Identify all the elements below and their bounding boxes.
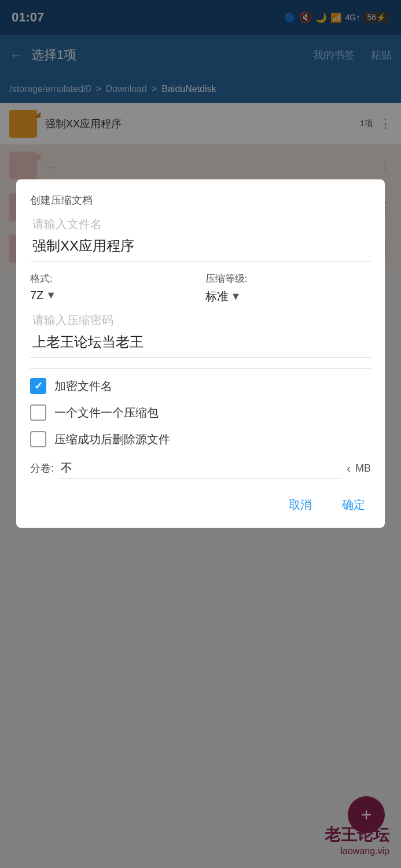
format-value: 7Z bbox=[30, 289, 43, 302]
encrypt-filename-label: 加密文件名 bbox=[54, 378, 112, 394]
filename-input[interactable]: 强制XX应用程序 bbox=[30, 234, 371, 262]
split-arrow-icon[interactable]: ‹ bbox=[347, 462, 351, 475]
one-file-one-pack-label: 一个文件一个压缩包 bbox=[54, 405, 159, 421]
delete-after-compress-label: 压缩成功后删除源文件 bbox=[54, 432, 170, 447]
split-unit: MB bbox=[355, 462, 371, 475]
cancel-button[interactable]: 取消 bbox=[283, 494, 318, 516]
level-group: 压缩等级: 标准 ▼ bbox=[205, 272, 371, 304]
dialog-buttons: 取消 确定 bbox=[30, 489, 371, 516]
delete-after-compress-row[interactable]: 压缩成功后删除源文件 bbox=[30, 431, 371, 447]
dialog-title: 创建压缩文档 bbox=[30, 193, 371, 207]
format-label: 格式: bbox=[30, 272, 196, 285]
format-dropdown[interactable]: 7Z ▼ bbox=[30, 289, 196, 302]
password-placeholder: 请输入压缩密码 bbox=[30, 312, 371, 328]
level-dropdown-arrow: ▼ bbox=[231, 290, 241, 303]
divider bbox=[30, 368, 371, 369]
filename-placeholder: 请输入文件名 bbox=[30, 216, 371, 232]
split-label: 分卷: bbox=[30, 461, 54, 475]
one-file-one-pack-row[interactable]: 一个文件一个压缩包 bbox=[30, 404, 371, 421]
delete-after-compress-checkbox[interactable] bbox=[30, 431, 46, 447]
password-input[interactable]: 上老王论坛当老王 bbox=[30, 330, 371, 358]
format-level-row: 格式: 7Z ▼ 压缩等级: 标准 ▼ bbox=[30, 272, 371, 304]
encrypt-filename-checkbox[interactable]: ✓ bbox=[30, 378, 46, 394]
split-input[interactable]: 不 bbox=[58, 458, 342, 479]
level-value: 标准 bbox=[205, 289, 229, 304]
level-dropdown[interactable]: 标准 ▼ bbox=[205, 289, 371, 304]
format-dropdown-arrow: ▼ bbox=[46, 289, 56, 301]
level-label: 压缩等级: bbox=[205, 272, 371, 285]
split-volume-row: 分卷: 不 ‹ MB bbox=[30, 458, 371, 479]
encrypt-filename-row[interactable]: ✓ 加密文件名 bbox=[30, 378, 371, 394]
one-file-one-pack-checkbox[interactable] bbox=[30, 404, 46, 421]
create-archive-dialog: 创建压缩文档 请输入文件名 强制XX应用程序 格式: 7Z ▼ 压缩等级: 标准… bbox=[16, 179, 385, 528]
confirm-button[interactable]: 确定 bbox=[336, 494, 371, 516]
checkmark-icon: ✓ bbox=[34, 380, 43, 392]
format-group: 格式: 7Z ▼ bbox=[30, 272, 196, 304]
